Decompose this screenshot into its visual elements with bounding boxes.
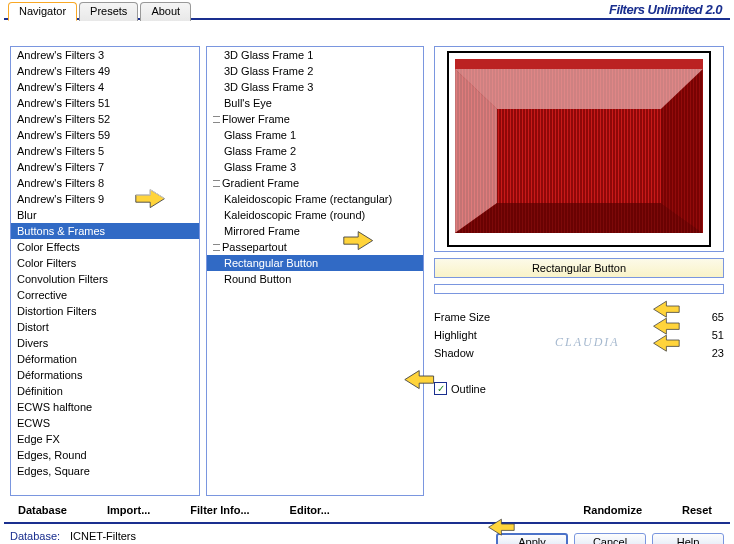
tree-collapse-icon[interactable] bbox=[213, 116, 220, 123]
progress-bar bbox=[434, 284, 724, 294]
list-item[interactable]: Convolution Filters bbox=[11, 271, 199, 287]
footer-database-label: Database: bbox=[10, 530, 70, 542]
footer: Database:ICNET-Filters Filters:2297 Appl… bbox=[0, 530, 734, 544]
slider-shadow[interactable]: Shadow 23 bbox=[434, 344, 724, 362]
footer-database-value: ICNET-Filters bbox=[70, 530, 136, 542]
outline-checkbox[interactable]: ✓ bbox=[434, 382, 447, 395]
database-button[interactable]: Database bbox=[10, 500, 75, 520]
slider-frame-size[interactable]: Frame Size 65 bbox=[434, 308, 724, 326]
list-item[interactable]: Passepartout bbox=[207, 239, 423, 255]
list-item[interactable]: 3D Glass Frame 1 bbox=[207, 47, 423, 63]
slider-value: 51 bbox=[700, 329, 724, 341]
slider-track[interactable] bbox=[532, 316, 694, 318]
list-item-label: 3D Glass Frame 2 bbox=[224, 65, 313, 77]
list-item[interactable]: Andrew's Filters 9 bbox=[11, 191, 199, 207]
list-item[interactable]: Glass Frame 1 bbox=[207, 127, 423, 143]
list-item[interactable]: Andrew's Filters 3 bbox=[11, 47, 199, 63]
list-item[interactable]: Round Button bbox=[207, 271, 423, 287]
svg-marker-6 bbox=[455, 69, 703, 109]
list-item[interactable]: Rectangular Button bbox=[207, 255, 423, 271]
list-item-label: Passepartout bbox=[222, 241, 287, 253]
list-item-label: Glass Frame 1 bbox=[224, 129, 296, 141]
list-item[interactable]: Bull's Eye bbox=[207, 95, 423, 111]
list-item[interactable]: Définition bbox=[11, 383, 199, 399]
list-item[interactable]: Glass Frame 2 bbox=[207, 143, 423, 159]
list-item[interactable]: Déformations bbox=[11, 367, 199, 383]
list-item[interactable]: Kaleidoscopic Frame (round) bbox=[207, 207, 423, 223]
tab-row: Navigator Presets About bbox=[8, 2, 193, 21]
editor-button[interactable]: Editor... bbox=[282, 500, 338, 520]
list-item[interactable]: Blur bbox=[11, 207, 199, 223]
list-item[interactable]: Buttons & Frames bbox=[11, 223, 199, 239]
slider-label: Highlight bbox=[434, 329, 532, 341]
filters-listbox[interactable]: 3D Glass Frame 13D Glass Frame 23D Glass… bbox=[206, 46, 424, 496]
apply-button[interactable]: Apply bbox=[496, 533, 568, 544]
list-item-label: Rectangular Button bbox=[224, 257, 318, 269]
slider-track[interactable] bbox=[532, 334, 694, 336]
svg-rect-10 bbox=[455, 59, 703, 69]
tab-presets[interactable]: Presets bbox=[79, 2, 138, 21]
tab-label: Presets bbox=[90, 5, 127, 17]
slider-highlight[interactable]: Highlight 51 bbox=[434, 326, 724, 344]
cancel-button[interactable]: Cancel bbox=[574, 533, 646, 544]
list-item[interactable]: Distort bbox=[11, 319, 199, 335]
list-item[interactable]: Color Filters bbox=[11, 255, 199, 271]
bottom-button-bar: Database Import... Filter Info... Editor… bbox=[0, 500, 734, 520]
list-item[interactable]: Andrew's Filters 8 bbox=[11, 175, 199, 191]
list-item[interactable]: 3D Glass Frame 3 bbox=[207, 79, 423, 95]
list-item[interactable]: Andrew's Filters 52 bbox=[11, 111, 199, 127]
slider-controls: Frame Size 65 Highlight 51 Shadow 23 ✓ O… bbox=[434, 308, 724, 395]
import-button[interactable]: Import... bbox=[99, 500, 158, 520]
reset-button[interactable]: Reset bbox=[674, 500, 720, 520]
list-item[interactable]: Andrew's Filters 4 bbox=[11, 79, 199, 95]
footer-divider bbox=[4, 522, 730, 524]
slider-value: 65 bbox=[700, 311, 724, 323]
filter-info-button[interactable]: Filter Info... bbox=[182, 500, 257, 520]
footer-buttons: Apply Cancel Help bbox=[496, 533, 724, 544]
footer-info: Database:ICNET-Filters Filters:2297 bbox=[10, 530, 496, 544]
list-item-label: Kaleidoscopic Frame (round) bbox=[224, 209, 365, 221]
list-item[interactable]: Edges, Square bbox=[11, 463, 199, 479]
list-item[interactable]: Corrective bbox=[11, 287, 199, 303]
list-item[interactable]: Mirrored Frame bbox=[207, 223, 423, 239]
list-item[interactable]: Andrew's Filters 49 bbox=[11, 63, 199, 79]
list-item[interactable]: Flower Frame bbox=[207, 111, 423, 127]
slider-track[interactable] bbox=[532, 352, 694, 354]
list-item-label: 3D Glass Frame 1 bbox=[224, 49, 313, 61]
list-item[interactable]: ECWS halftone bbox=[11, 399, 199, 415]
preview-box bbox=[434, 46, 724, 252]
randomize-button[interactable]: Randomize bbox=[575, 500, 650, 520]
list-item[interactable]: Andrew's Filters 7 bbox=[11, 159, 199, 175]
list-item[interactable]: Kaleidoscopic Frame (rectangular) bbox=[207, 191, 423, 207]
list-item-label: Flower Frame bbox=[222, 113, 290, 125]
list-item[interactable]: Andrew's Filters 51 bbox=[11, 95, 199, 111]
list-item-label: Mirrored Frame bbox=[224, 225, 300, 237]
list-item[interactable]: Distortion Filters bbox=[11, 303, 199, 319]
list-item[interactable]: Glass Frame 3 bbox=[207, 159, 423, 175]
tree-collapse-icon[interactable] bbox=[213, 180, 220, 187]
app-title: Filters Unlimited 2.0 bbox=[609, 2, 722, 17]
list-item-label: Glass Frame 3 bbox=[224, 161, 296, 173]
main-area: Andrew's Filters 3Andrew's Filters 49And… bbox=[0, 24, 734, 500]
list-item[interactable]: Andrew's Filters 5 bbox=[11, 143, 199, 159]
tab-about[interactable]: About bbox=[140, 2, 191, 21]
list-item[interactable]: Déformation bbox=[11, 351, 199, 367]
list-item-label: Round Button bbox=[224, 273, 291, 285]
preview-image bbox=[439, 51, 719, 247]
list-item[interactable]: Divers bbox=[11, 335, 199, 351]
tab-navigator[interactable]: Navigator bbox=[8, 2, 77, 21]
list-item[interactable]: Gradient Frame bbox=[207, 175, 423, 191]
categories-listbox[interactable]: Andrew's Filters 3Andrew's Filters 49And… bbox=[10, 46, 200, 496]
list-item[interactable]: ECWS bbox=[11, 415, 199, 431]
list-item-label: 3D Glass Frame 3 bbox=[224, 81, 313, 93]
tree-collapse-icon[interactable] bbox=[213, 244, 220, 251]
list-item[interactable]: Andrew's Filters 59 bbox=[11, 127, 199, 143]
list-item[interactable]: Color Effects bbox=[11, 239, 199, 255]
list-item[interactable]: Edges, Round bbox=[11, 447, 199, 463]
list-item[interactable]: 3D Glass Frame 2 bbox=[207, 63, 423, 79]
help-button[interactable]: Help bbox=[652, 533, 724, 544]
outline-label: Outline bbox=[451, 383, 486, 395]
slider-label: Shadow bbox=[434, 347, 532, 359]
outline-checkbox-row[interactable]: ✓ Outline bbox=[434, 382, 724, 395]
list-item[interactable]: Edge FX bbox=[11, 431, 199, 447]
